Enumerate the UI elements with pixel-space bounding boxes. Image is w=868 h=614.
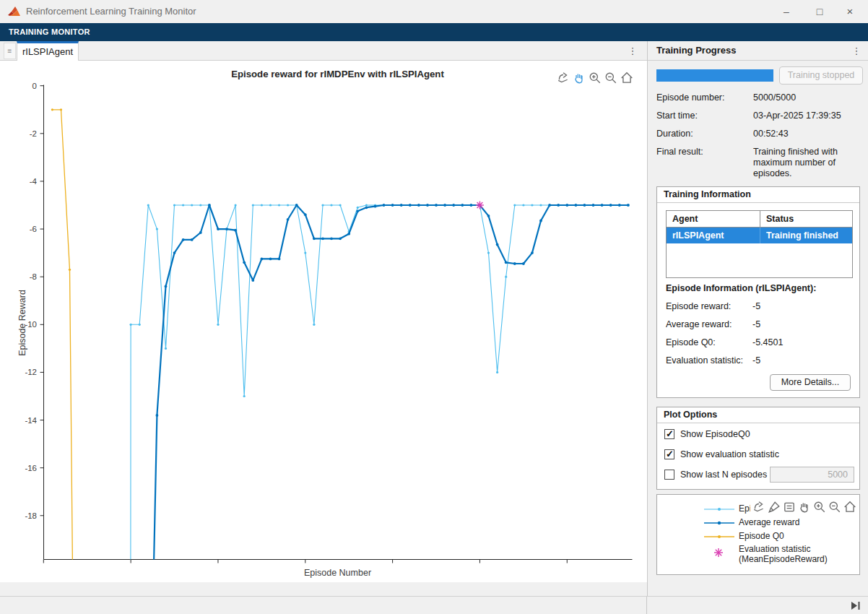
axes-toolbar xyxy=(556,70,634,87)
average-reward-label: Average reward: xyxy=(666,319,732,329)
legend-item-episode-q0: Episode Q0 xyxy=(657,531,861,542)
training-information-box: Training Information Agent Status rILSPI… xyxy=(656,186,860,398)
window-title: Reinforcement Learning Training Monitor xyxy=(26,0,196,23)
more-details-button[interactable]: More Details... xyxy=(770,374,851,391)
episode-information-title: Episode Information (rILSPIAgent): xyxy=(666,283,816,293)
plot-options-box: Plot Options ✓ Show EpisodeQ0 ✓ Show eva… xyxy=(656,407,860,490)
legend-label-episode-q0: Episode Q0 xyxy=(739,531,784,541)
final-result-value: Training finished with maximum number of… xyxy=(753,147,863,179)
legend-label-line1: Evaluation statistic xyxy=(739,544,810,554)
svg-text:-18: -18 xyxy=(25,511,37,520)
panel-title: Training Progress xyxy=(656,41,737,60)
chart-title: Episode reward for rIMDPEnv with rILSPIA… xyxy=(43,69,632,79)
episode-q0-line-sample xyxy=(704,532,734,542)
zoom-out-icon[interactable] xyxy=(828,499,842,515)
legend-axes-toolbar xyxy=(750,499,857,516)
zoom-out-icon[interactable] xyxy=(604,70,618,86)
column-header-status: Status xyxy=(760,211,852,227)
legend-box: Episode reward Average reward Episode Q0 xyxy=(656,494,860,575)
svg-text:20: 20 xyxy=(214,566,223,566)
table-header-row: Agent Status xyxy=(667,211,852,228)
legend-label-line2: (MeanEpisodeReward) xyxy=(739,554,828,564)
export-icon[interactable] xyxy=(752,499,766,515)
tab-grip-icon[interactable]: ≡ xyxy=(4,43,16,59)
panel-kebab-icon[interactable]: ⋮ xyxy=(851,41,862,61)
svg-text:-14: -14 xyxy=(25,416,37,425)
tab-actions-kebab-icon[interactable]: ⋮ xyxy=(627,41,638,61)
datatips-icon[interactable] xyxy=(782,499,797,515)
restore-view-home-icon[interactable] xyxy=(620,70,634,86)
show-episodeq0-checkbox[interactable]: ✓ xyxy=(664,429,674,439)
episode-reward-value: -5 xyxy=(752,301,760,311)
show-last-n-episodes-label: Show last N episodes xyxy=(680,470,767,480)
svg-text:-16: -16 xyxy=(25,464,37,472)
status-cell: Training finished xyxy=(760,228,852,243)
title-bar: Reinforcement Learning Training Monitor … xyxy=(0,0,868,23)
svg-text:10: 10 xyxy=(126,566,136,566)
plot-options-title: Plot Options xyxy=(657,407,859,423)
agent-cell: rILSPIAgent xyxy=(667,228,760,243)
matlab-logo-icon xyxy=(8,6,21,17)
export-icon[interactable] xyxy=(556,70,570,86)
status-bar-left xyxy=(0,597,647,614)
restore-view-home-icon[interactable] xyxy=(843,499,857,515)
evaluation-statistic-value: -5 xyxy=(752,355,760,366)
training-stopped-button[interactable]: Training stopped xyxy=(779,66,863,85)
svg-text:-4: -4 xyxy=(30,177,38,186)
start-time-value: 03-Apr-2025 17:39:35 xyxy=(753,111,863,121)
svg-text:-6: -6 xyxy=(30,225,37,233)
column-header-agent: Agent xyxy=(667,211,760,227)
close-button[interactable]: × xyxy=(835,0,865,23)
episode-reward-label: Episode reward: xyxy=(666,301,731,311)
zoom-in-icon[interactable] xyxy=(588,70,602,86)
tab-rilspiagent[interactable]: rILSPIAgent xyxy=(17,41,79,61)
brush-icon[interactable] xyxy=(767,499,781,515)
svg-text:40: 40 xyxy=(388,566,397,566)
svg-text:30: 30 xyxy=(300,566,310,566)
show-last-n-episodes-checkbox[interactable]: ✓ xyxy=(664,470,674,480)
pan-icon[interactable] xyxy=(572,70,586,86)
evaluation-statistic-marker-sample xyxy=(713,547,724,558)
training-progress-panel: Training Progress ⋮ Training stopped Epi… xyxy=(647,41,868,596)
app-window: Reinforcement Learning Training Monitor … xyxy=(0,0,868,614)
toolstrip-tab-training-monitor[interactable]: TRAINING MONITOR xyxy=(9,23,90,41)
episode-q0-label: Episode Q0: xyxy=(666,337,716,347)
show-episodeq0-label: Show EpisodeQ0 xyxy=(680,429,750,439)
toolstrip: TRAINING MONITOR xyxy=(0,23,868,41)
episode-reward-line-sample xyxy=(704,504,734,514)
show-evaluation-statistic-checkbox[interactable]: ✓ xyxy=(664,449,674,459)
progress-bar-fill xyxy=(656,69,773,82)
show-evaluation-statistic-label: Show evaluation statistic xyxy=(680,449,779,459)
checkmark-icon: ✓ xyxy=(666,428,674,439)
average-reward-value: -5 xyxy=(752,319,760,329)
figure-area: Episode reward for rIMDPEnv with rILSPIA… xyxy=(0,61,647,582)
pan-icon[interactable] xyxy=(797,499,812,515)
checkmark-icon: ✓ xyxy=(666,449,674,459)
n-episodes-input[interactable] xyxy=(770,467,854,483)
status-bar xyxy=(0,596,868,614)
chart-y-axis-label: Episode Reward xyxy=(17,283,27,363)
duration-value: 00:52:43 xyxy=(753,129,863,139)
episode-number-value: 5000/5000 xyxy=(753,92,863,103)
chart-x-axis-label: Episode Number xyxy=(43,568,632,578)
progress-bar xyxy=(656,69,773,82)
training-chart: 01020304050600-2-4-6-8-10-12-14-16-18 xyxy=(0,61,647,566)
svg-text:0: 0 xyxy=(41,566,45,566)
evaluation-statistic-label: Evaluation statistic: xyxy=(666,355,743,366)
svg-text:50: 50 xyxy=(475,566,485,566)
svg-text:-12: -12 xyxy=(25,368,37,376)
table-row[interactable]: rILSPIAgent Training finished xyxy=(667,228,852,243)
legend-item-evaluation-statistic: Evaluation statistic (MeanEpisodeReward) xyxy=(657,544,861,567)
maximize-button[interactable]: □ xyxy=(804,0,835,23)
episode-number-label: Episode number: xyxy=(656,92,725,103)
svg-text:-8: -8 xyxy=(30,272,37,281)
svg-text:-2: -2 xyxy=(30,129,37,138)
zoom-in-icon[interactable] xyxy=(812,499,827,515)
expand-panel-icon[interactable] xyxy=(851,601,861,610)
agent-status-table: Agent Status rILSPIAgent Training finish… xyxy=(666,210,853,278)
training-information-title: Training Information xyxy=(657,187,859,203)
final-result-label: Final result: xyxy=(656,147,703,157)
legend-item-average-reward: Average reward xyxy=(657,517,861,529)
svg-text:60: 60 xyxy=(563,566,572,566)
minimize-button[interactable]: – xyxy=(771,0,802,23)
